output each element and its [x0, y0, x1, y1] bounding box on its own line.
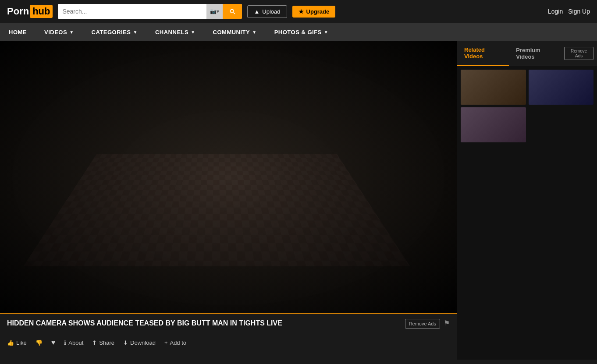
video-title: HIDDEN CAMERA SHOWS AUDIENCE TEASED BY B… [7, 319, 401, 328]
download-icon: ⬇ [123, 339, 128, 346]
nav-videos[interactable]: VIDEOS ▼ [36, 23, 83, 41]
sidebar-tabs: Related Videos Premium Videos Remove Ads [457, 41, 597, 66]
thumbnail-image [461, 70, 526, 105]
video-scene [0, 41, 457, 313]
upload-button[interactable]: ▲ Upload [247, 5, 287, 18]
list-item[interactable] [461, 107, 526, 142]
header-right: Login Sign Up [548, 8, 590, 15]
tab-premium-videos[interactable]: Premium Videos [509, 42, 564, 65]
main-content: HIDDEN CAMERA SHOWS AUDIENCE TEASED BY B… [0, 41, 597, 360]
nav-home[interactable]: HOME [0, 23, 36, 41]
upload-label: Upload [262, 8, 280, 15]
tab-related-videos[interactable]: Related Videos [457, 41, 509, 66]
like-button[interactable]: 👍 Like [7, 339, 27, 346]
nav-community[interactable]: COMMUNITY ▼ [204, 23, 266, 41]
search-bar: 📷▾ [58, 4, 242, 19]
info-icon: ℹ [64, 339, 66, 346]
heart-icon: ♥ [51, 339, 56, 346]
logo-orange: hub [30, 5, 53, 18]
search-input[interactable] [58, 4, 206, 19]
nav-categories[interactable]: CATEGORIES ▼ [83, 23, 146, 41]
sidebar-content [457, 66, 597, 360]
camera-icon: 📷▾ [210, 8, 219, 14]
camera-search-button[interactable]: 📷▾ [206, 4, 223, 19]
thumbnail-image [461, 107, 526, 142]
plus-icon: + [164, 339, 168, 346]
videos-arrow-icon: ▼ [69, 30, 74, 35]
favorite-button[interactable]: ♥ [51, 339, 56, 346]
channels-arrow-icon: ▼ [191, 30, 195, 35]
thumb-down-icon: 👎 [36, 339, 43, 346]
share-button[interactable]: ⬆ Share [92, 339, 114, 346]
sidebar-thumbnails [461, 70, 593, 142]
star-icon: ★ [298, 8, 304, 15]
thumb-up-icon: 👍 [7, 339, 14, 346]
photos-arrow-icon: ▼ [324, 30, 328, 35]
dislike-button[interactable]: 👎 [36, 339, 43, 346]
thumbnail-image [529, 70, 594, 105]
main-nav: HOME VIDEOS ▼ CATEGORIES ▼ CHANNELS ▼ CO… [0, 23, 597, 41]
categories-arrow-icon: ▼ [133, 30, 138, 35]
add-to-button[interactable]: + Add to [164, 339, 186, 346]
nav-photos-gifs[interactable]: PHOTOS & GIFS ▼ [266, 23, 338, 41]
upload-icon: ▲ [254, 8, 259, 15]
video-player[interactable] [0, 41, 457, 313]
community-arrow-icon: ▼ [252, 30, 256, 35]
logo[interactable]: Pornhub [7, 5, 53, 18]
signup-button[interactable]: Sign Up [568, 8, 590, 15]
logo-text: Porn [7, 6, 29, 17]
video-title-bar: HIDDEN CAMERA SHOWS AUDIENCE TEASED BY B… [0, 313, 457, 334]
share-icon: ⬆ [92, 339, 97, 346]
search-button[interactable] [223, 4, 242, 19]
about-button[interactable]: ℹ About [64, 339, 83, 346]
nav-channels[interactable]: CHANNELS ▼ [146, 23, 204, 41]
flag-icon[interactable]: ⚑ [444, 319, 450, 327]
list-item[interactable] [529, 70, 594, 105]
video-actions: 👍 Like 👎 ♥ ℹ About ⬆ Share ⬇ Download [0, 334, 457, 351]
upgrade-label: Upgrade [306, 8, 330, 15]
upgrade-button[interactable]: ★ Upgrade [292, 6, 336, 18]
video-section: HIDDEN CAMERA SHOWS AUDIENCE TEASED BY B… [0, 41, 457, 360]
search-icon [229, 8, 236, 15]
remove-ads-button[interactable]: Remove Ads [405, 319, 440, 329]
login-button[interactable]: Login [548, 8, 563, 15]
list-item[interactable] [461, 70, 526, 105]
scene-overlay [0, 41, 457, 313]
sidebar-remove-ads-button[interactable]: Remove Ads [564, 47, 593, 60]
download-button[interactable]: ⬇ Download [123, 339, 156, 346]
sidebar: Related Videos Premium Videos Remove Ads [457, 41, 597, 360]
header: Pornhub 📷▾ ▲ Upload ★ Upgrade Login Sign… [0, 0, 597, 23]
